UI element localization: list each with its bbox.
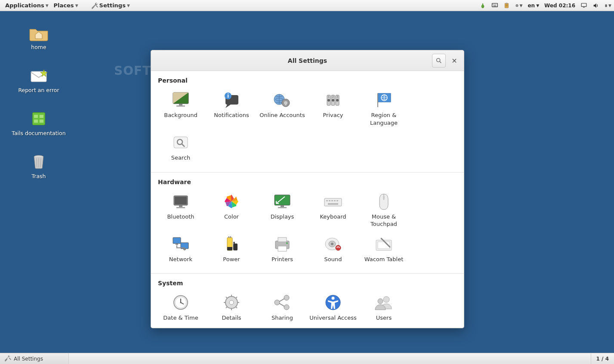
settings-item-displays[interactable]: Displays bbox=[257, 190, 308, 232]
menu-label: Places bbox=[54, 2, 74, 9]
window-titlebar[interactable]: All Settings ✕ bbox=[151, 50, 464, 71]
menu-places[interactable]: Places ▼ bbox=[51, 2, 81, 9]
settings-item-power[interactable]: Power bbox=[206, 232, 257, 268]
svg-rect-7 bbox=[506, 3, 508, 3]
settings-item-background[interactable]: Background bbox=[155, 88, 206, 131]
search-button[interactable] bbox=[432, 54, 446, 68]
svg-rect-1 bbox=[493, 4, 494, 4]
settings-item-wacom[interactable]: Wacom Tablet bbox=[358, 232, 409, 268]
online-accounts-icon bbox=[272, 91, 293, 109]
mouse-icon bbox=[373, 192, 394, 210]
chevron-down-icon: ▼ bbox=[75, 3, 78, 8]
svg-rect-16 bbox=[606, 4, 607, 5]
settings-item-label: Mouse & Touchpad bbox=[359, 213, 408, 228]
sharing-icon bbox=[272, 293, 293, 312]
svg-line-104 bbox=[236, 307, 237, 308]
svg-rect-63 bbox=[278, 207, 287, 208]
svg-rect-5 bbox=[494, 6, 497, 6]
settings-item-label: Wacom Tablet bbox=[359, 256, 408, 263]
details-icon bbox=[221, 293, 242, 312]
language-indicator[interactable]: en ▼ bbox=[528, 3, 539, 9]
svg-point-47 bbox=[336, 99, 339, 102]
settings-item-universal[interactable]: Universal Access bbox=[308, 291, 358, 326]
settings-item-sharing[interactable]: Sharing bbox=[257, 291, 308, 326]
svg-point-89 bbox=[336, 245, 341, 250]
close-button[interactable]: ✕ bbox=[448, 54, 460, 68]
settings-item-network[interactable]: Network bbox=[155, 232, 206, 268]
tor-onion-icon[interactable] bbox=[479, 2, 486, 9]
sound-icon bbox=[323, 235, 343, 253]
svg-rect-84 bbox=[278, 246, 287, 251]
settings-grid: BackgroundiNotificationsOnline Accounts1… bbox=[151, 87, 464, 168]
tools-icon bbox=[4, 355, 11, 363]
settings-item-details[interactable]: Details bbox=[206, 291, 257, 326]
svg-point-116 bbox=[378, 299, 383, 304]
settings-item-datetime[interactable]: Date & Time bbox=[155, 291, 206, 326]
svg-rect-70 bbox=[328, 203, 338, 205]
volume-icon[interactable] bbox=[592, 2, 599, 9]
battery-icon[interactable]: ▼ bbox=[605, 2, 611, 9]
workspace-switcher[interactable]: 1 / 4 bbox=[591, 353, 614, 364]
display-icon[interactable] bbox=[580, 2, 587, 9]
settings-item-label: Privacy bbox=[309, 111, 358, 119]
svg-point-88 bbox=[331, 243, 333, 245]
window-title: All Settings bbox=[288, 57, 327, 64]
universal-icon bbox=[323, 293, 343, 312]
settings-item-label: Sound bbox=[309, 256, 358, 263]
settings-item-keyboard[interactable]: Keyboard bbox=[308, 190, 358, 232]
settings-item-sound[interactable]: Sound bbox=[308, 232, 358, 268]
svg-rect-68 bbox=[334, 200, 336, 201]
settings-grid: BluetoothColorDisplaysKeyboardMouse & To… bbox=[151, 189, 464, 269]
settings-item-online-accounts[interactable]: Online Accounts bbox=[257, 88, 308, 131]
svg-rect-64 bbox=[324, 198, 342, 206]
settings-item-label: Notifications bbox=[207, 111, 256, 119]
wacom-icon bbox=[373, 235, 394, 253]
svg-point-97 bbox=[180, 302, 182, 303]
folder-home-icon bbox=[28, 23, 49, 42]
settings-item-label: Printers bbox=[258, 256, 307, 263]
desktop-icon-report-error[interactable]: Report an error bbox=[9, 66, 69, 93]
settings-item-bluetooth[interactable]: Bluetooth bbox=[155, 190, 206, 232]
settings-item-search[interactable]: Search bbox=[155, 131, 206, 166]
svg-line-112 bbox=[279, 303, 284, 306]
settings-item-label: Displays bbox=[258, 213, 307, 221]
settings-item-printers[interactable]: Printers bbox=[257, 232, 308, 268]
svg-line-103 bbox=[226, 297, 227, 298]
svg-line-30 bbox=[440, 62, 441, 63]
settings-item-label: Details bbox=[207, 314, 256, 322]
settings-item-mouse[interactable]: Mouse & Touchpad bbox=[358, 190, 409, 232]
svg-rect-17 bbox=[605, 5, 606, 6]
desktop-icon-home[interactable]: home bbox=[9, 23, 69, 50]
section-title: Hardware bbox=[151, 173, 464, 189]
keyboard-icon[interactable] bbox=[491, 2, 498, 9]
settings-item-region[interactable]: Region & Language bbox=[358, 88, 409, 131]
settings-item-label: Search bbox=[156, 154, 205, 162]
svg-rect-24 bbox=[40, 120, 43, 123]
svg-rect-80 bbox=[227, 247, 232, 250]
svg-rect-73 bbox=[173, 238, 181, 244]
desktop-icon-tails-docs[interactable]: Tails documentation bbox=[9, 109, 69, 136]
menu-settings[interactable]: Settings ▼ bbox=[89, 2, 133, 9]
settings-item-users[interactable]: Users bbox=[358, 291, 409, 326]
svg-rect-69 bbox=[336, 200, 338, 201]
svg-rect-83 bbox=[278, 238, 287, 242]
displays-icon bbox=[272, 192, 293, 210]
settings-item-color[interactable]: Color bbox=[206, 190, 257, 232]
chevron-down-icon: ▼ bbox=[127, 3, 130, 8]
taskbar-item-settings[interactable]: All Settings bbox=[0, 353, 69, 364]
menu-applications[interactable]: Applications ▼ bbox=[3, 2, 51, 9]
clock[interactable]: Wed 02:16 bbox=[544, 3, 575, 9]
book-icon bbox=[28, 109, 49, 128]
svg-rect-72 bbox=[383, 196, 385, 199]
accessibility-icon[interactable]: ▼ bbox=[515, 2, 522, 9]
color-icon bbox=[221, 192, 242, 210]
svg-rect-23 bbox=[34, 120, 38, 123]
settings-item-label: Keyboard bbox=[309, 213, 358, 221]
svg-point-46 bbox=[332, 99, 334, 102]
settings-item-privacy[interactable]: 123Privacy bbox=[308, 88, 358, 131]
clipboard-icon[interactable] bbox=[503, 2, 510, 9]
settings-item-notifications[interactable]: iNotifications bbox=[206, 88, 257, 131]
svg-rect-54 bbox=[174, 137, 188, 148]
background-icon bbox=[170, 91, 191, 109]
desktop-icon-trash[interactable]: Trash bbox=[9, 152, 69, 179]
